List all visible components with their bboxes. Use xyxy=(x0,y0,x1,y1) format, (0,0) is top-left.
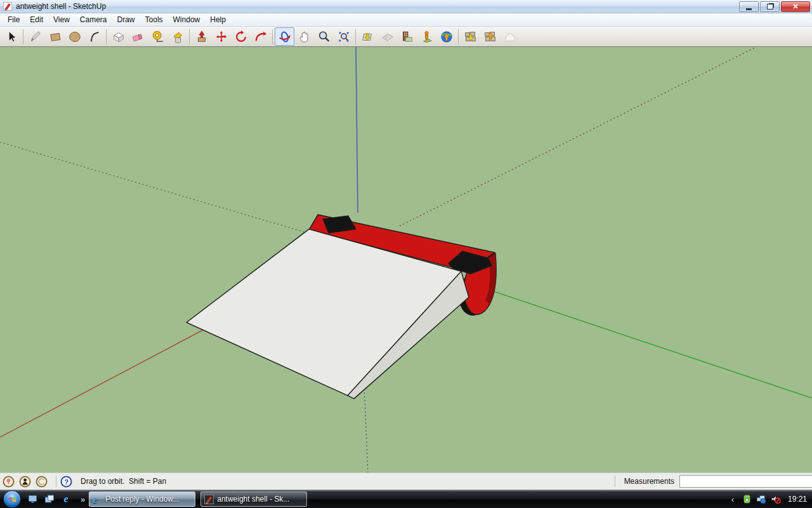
line-tool-button[interactable] xyxy=(25,27,45,46)
move-icon xyxy=(214,30,228,44)
rectangle-tool-button[interactable] xyxy=(45,27,65,46)
paint-bucket-tool-button[interactable] xyxy=(167,27,187,46)
paint-bucket-icon xyxy=(171,30,185,44)
quick-launch-overflow-chevron[interactable]: » xyxy=(77,495,89,504)
get-current-view-icon xyxy=(361,30,375,44)
share-model-icon xyxy=(483,30,497,44)
get-models-tool-button[interactable] xyxy=(461,27,480,46)
share-model-tool-button[interactable] xyxy=(480,27,500,46)
follow-me-tool-button[interactable] xyxy=(251,27,270,46)
taskbar-button-label: Post reply - Window... xyxy=(105,495,179,504)
move-tool-button[interactable] xyxy=(211,27,231,46)
menu-help[interactable]: Help xyxy=(205,14,231,25)
system-tray: ‹ 19:21 xyxy=(728,494,812,505)
start-button[interactable] xyxy=(3,490,21,508)
eraser-icon xyxy=(131,30,145,44)
toolbar-separator xyxy=(272,29,273,44)
taskbar-clock[interactable]: 19:21 xyxy=(788,495,807,504)
eraser-tool-button[interactable] xyxy=(128,27,148,46)
rotate-icon xyxy=(234,30,248,44)
select-icon xyxy=(4,30,18,44)
preview-in-google-earth-tool-button[interactable] xyxy=(436,27,456,46)
zoom-extents-tool-button[interactable] xyxy=(334,27,353,46)
restore-button[interactable] xyxy=(760,1,780,12)
taskbar-button-post-reply[interactable]: e Post reply - Window... xyxy=(89,491,195,507)
toolbar-separator xyxy=(355,29,356,44)
orbit-icon xyxy=(278,30,292,44)
arc-tool-button[interactable] xyxy=(84,27,104,46)
minimize-button[interactable] xyxy=(739,1,759,12)
help-icon[interactable]: ? xyxy=(60,476,72,488)
axis-green-positive xyxy=(494,291,812,398)
share-component-tool-button[interactable] xyxy=(500,27,520,46)
make-component-icon xyxy=(112,30,126,44)
toolbar-separator xyxy=(106,29,107,44)
measurements-label: Measurements xyxy=(624,477,674,486)
sketchup-app-icon xyxy=(204,495,214,504)
circle-tool-button[interactable] xyxy=(65,27,84,46)
photo-textures-icon xyxy=(400,30,414,44)
rectangle-icon xyxy=(48,30,62,44)
arc-icon xyxy=(88,30,102,44)
zoom-extents-icon xyxy=(337,30,351,44)
window-title: antweight shell - SketchUp xyxy=(16,2,106,11)
robot-model xyxy=(187,215,497,399)
get-current-view-tool-button[interactable] xyxy=(358,27,377,46)
menu-file[interactable]: File xyxy=(3,14,25,25)
push-pull-tool-button[interactable] xyxy=(192,27,211,46)
model-viewport[interactable] xyxy=(0,47,812,472)
tape-measure-tool-button[interactable] xyxy=(148,27,167,46)
geo-location-status-icon[interactable] xyxy=(3,476,15,488)
switch-windows-icon[interactable] xyxy=(44,493,55,505)
pan-tool-button[interactable] xyxy=(294,27,314,46)
rotate-tool-button[interactable] xyxy=(231,27,251,46)
place-model-tool-button[interactable] xyxy=(417,27,436,46)
axis-blue-negative xyxy=(364,385,368,472)
menu-tools[interactable]: Tools xyxy=(140,14,168,25)
menu-camera[interactable]: Camera xyxy=(75,14,112,25)
quick-launch: e xyxy=(27,493,72,505)
line-icon xyxy=(29,30,43,44)
tape-measure-icon xyxy=(151,30,165,44)
share-component-icon xyxy=(503,30,517,44)
close-icon: ✕ xyxy=(792,3,798,10)
viewport-canvas[interactable] xyxy=(0,47,812,472)
taskbar-button-sketchup[interactable]: antweight shell - Sk... xyxy=(200,491,307,507)
status-hint-text: Drag to orbit. Shift = Pan xyxy=(81,477,166,486)
close-button[interactable]: ✕ xyxy=(781,1,810,12)
pan-icon xyxy=(298,30,311,44)
zoom-tool-button[interactable] xyxy=(314,27,334,46)
statusbar-divider xyxy=(615,476,615,487)
sketchup-window: antweight shell - SketchUp ✕ File Edit V… xyxy=(0,0,812,508)
make-component-tool-button[interactable] xyxy=(108,27,128,46)
volume-muted-tray-icon[interactable] xyxy=(771,494,782,505)
toggle-terrain-icon xyxy=(381,30,395,44)
show-desktop-icon[interactable] xyxy=(27,493,39,505)
internet-explorer-icon[interactable]: e xyxy=(60,493,72,505)
network-tray-icon[interactable] xyxy=(756,494,767,505)
photo-textures-tool-button[interactable] xyxy=(397,27,417,46)
sign-in-status-icon[interactable] xyxy=(36,476,48,488)
get-models-icon xyxy=(464,30,478,44)
claim-credit-status-icon[interactable] xyxy=(19,476,31,488)
select-tool-button[interactable] xyxy=(1,27,21,46)
restore-icon xyxy=(767,4,773,10)
svg-text:?: ? xyxy=(64,478,69,485)
menu-window[interactable]: Window xyxy=(168,14,206,25)
tray-expand-chevron[interactable]: ‹ xyxy=(728,495,738,504)
toggle-terrain-tool-button[interactable] xyxy=(377,27,397,46)
menu-edit[interactable]: Edit xyxy=(25,14,48,25)
taskbar-button-label: antweight shell - Sk... xyxy=(217,495,289,504)
internet-explorer-icon: e xyxy=(93,495,102,504)
axis-red-positive xyxy=(0,330,203,438)
follow-me-icon xyxy=(254,30,268,44)
menu-view[interactable]: View xyxy=(48,14,75,25)
menu-draw[interactable]: Draw xyxy=(112,14,140,25)
orbit-tool-button[interactable] xyxy=(275,27,294,46)
power-tray-icon[interactable] xyxy=(742,494,752,505)
zoom-icon xyxy=(317,30,331,44)
minimize-icon xyxy=(746,8,752,10)
toolbar-separator xyxy=(189,29,190,44)
measurements-input[interactable] xyxy=(679,475,812,488)
title-bar: antweight shell - SketchUp ✕ xyxy=(0,0,812,13)
